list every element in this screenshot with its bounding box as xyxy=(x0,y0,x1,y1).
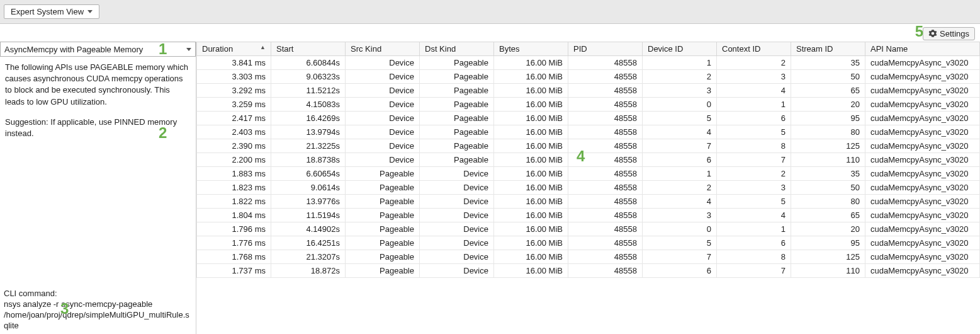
cell-duration: 2.403 ms xyxy=(197,125,271,139)
cell-duration: 2.390 ms xyxy=(197,139,271,153)
settings-button[interactable]: Settings xyxy=(923,27,975,40)
column-header-api[interactable]: API Name xyxy=(865,42,980,56)
table-row[interactable]: 1.804 ms11.5194sPageableDevice16.00 MiB4… xyxy=(197,209,980,222)
results-table: Duration▲StartSrc KindDst KindBytesPIDDe… xyxy=(196,42,980,278)
table-row[interactable]: 3.303 ms9.06323sDevicePageable16.00 MiB4… xyxy=(197,70,980,84)
cell-dst: Pageable xyxy=(420,112,494,125)
cell-bytes: 16.00 MiB xyxy=(494,98,568,112)
cell-start: 16.4251s xyxy=(271,236,346,250)
table-row[interactable]: 2.390 ms21.3225sDevicePageable16.00 MiB4… xyxy=(197,139,980,153)
table-row[interactable]: 3.259 ms4.15083sDevicePageable16.00 MiB4… xyxy=(197,98,980,112)
cell-context: 2 xyxy=(717,167,791,181)
cell-context: 1 xyxy=(717,222,791,236)
cell-context: 6 xyxy=(717,236,791,250)
cell-pid: 48558 xyxy=(568,56,643,70)
column-header-start[interactable]: Start xyxy=(271,42,346,56)
cell-pid: 48558 xyxy=(568,264,643,278)
view-select[interactable]: Expert System View xyxy=(4,4,99,19)
table-row[interactable]: 2.403 ms13.9794sDevicePageable16.00 MiB4… xyxy=(197,125,980,139)
caret-down-icon xyxy=(87,10,93,13)
cell-dst: Pageable xyxy=(420,139,494,153)
table-row[interactable]: 1.822 ms13.9776sPageableDevice16.00 MiB4… xyxy=(197,195,980,209)
table-row[interactable]: 1.823 ms9.0614sPageableDevice16.00 MiB48… xyxy=(197,181,980,195)
cell-bytes: 16.00 MiB xyxy=(494,250,568,264)
table-row[interactable]: 1.883 ms6.60654sPageableDevice16.00 MiB4… xyxy=(197,167,980,181)
cell-api: cudaMemcpyAsync_v3020 xyxy=(865,98,980,112)
cell-context: 8 xyxy=(717,250,791,264)
cell-duration: 3.259 ms xyxy=(197,98,271,112)
cell-start: 6.60654s xyxy=(271,167,346,181)
cell-start: 16.4269s xyxy=(271,112,346,125)
cell-bytes: 16.00 MiB xyxy=(494,112,568,125)
table-row[interactable]: 1.796 ms4.14902sPageableDevice16.00 MiB4… xyxy=(197,222,980,236)
cell-context: 5 xyxy=(717,195,791,209)
column-header-dst[interactable]: Dst Kind xyxy=(420,42,494,56)
cell-stream: 125 xyxy=(791,250,865,264)
cell-pid: 48558 xyxy=(568,125,643,139)
cell-device: 1 xyxy=(643,56,717,70)
data-panel[interactable]: 4 Duration▲StartSrc KindDst KindBytesPID… xyxy=(196,42,980,334)
cell-dst: Device xyxy=(420,209,494,222)
cell-start: 11.5194s xyxy=(271,209,346,222)
cell-pid: 48558 xyxy=(568,84,643,98)
cell-start: 9.0614s xyxy=(271,181,346,195)
cell-api: cudaMemcpyAsync_v3020 xyxy=(865,139,980,153)
cell-api: cudaMemcpyAsync_v3020 xyxy=(865,250,980,264)
cell-pid: 48558 xyxy=(568,98,643,112)
cell-context: 2 xyxy=(717,56,791,70)
cell-start: 21.3225s xyxy=(271,139,346,153)
column-header-duration[interactable]: Duration▲ xyxy=(197,42,271,56)
cell-context: 4 xyxy=(717,209,791,222)
cell-api: cudaMemcpyAsync_v3020 xyxy=(865,236,980,250)
table-row[interactable]: 1.776 ms16.4251sPageableDevice16.00 MiB4… xyxy=(197,236,980,250)
column-header-src[interactable]: Src Kind xyxy=(346,42,420,56)
column-header-bytes[interactable]: Bytes xyxy=(494,42,568,56)
cell-duration: 1.737 ms xyxy=(197,264,271,278)
cell-stream: 110 xyxy=(791,264,865,278)
table-header-row: Duration▲StartSrc KindDst KindBytesPIDDe… xyxy=(197,42,980,56)
cell-bytes: 16.00 MiB xyxy=(494,209,568,222)
cell-pid: 48558 xyxy=(568,236,643,250)
cell-duration: 3.292 ms xyxy=(197,84,271,98)
left-panel: AsyncMemcpy with Pageable Memory 1 The f… xyxy=(0,42,196,334)
cell-start: 18.8738s xyxy=(271,153,346,167)
table-row[interactable]: 2.417 ms16.4269sDevicePageable16.00 MiB4… xyxy=(197,112,980,125)
column-header-stream[interactable]: Stream ID xyxy=(791,42,865,56)
table-row[interactable]: 3.292 ms11.5212sDevicePageable16.00 MiB4… xyxy=(197,84,980,98)
cell-device: 3 xyxy=(643,84,717,98)
cell-stream: 95 xyxy=(791,236,865,250)
cell-device: 2 xyxy=(643,181,717,195)
cell-api: cudaMemcpyAsync_v3020 xyxy=(865,70,980,84)
cell-bytes: 16.00 MiB xyxy=(494,70,568,84)
annotation-5: 5 xyxy=(915,23,923,40)
cell-api: cudaMemcpyAsync_v3020 xyxy=(865,112,980,125)
table-row[interactable]: 1.737 ms18.872sPageableDevice16.00 MiB48… xyxy=(197,264,980,278)
cell-stream: 95 xyxy=(791,112,865,125)
cell-bytes: 16.00 MiB xyxy=(494,195,568,209)
table-row[interactable]: 1.768 ms21.3207sPageableDevice16.00 MiB4… xyxy=(197,250,980,264)
cell-dst: Device xyxy=(420,264,494,278)
cell-device: 7 xyxy=(643,139,717,153)
cell-duration: 1.804 ms xyxy=(197,209,271,222)
column-header-context[interactable]: Context ID xyxy=(717,42,791,56)
cell-api: cudaMemcpyAsync_v3020 xyxy=(865,56,980,70)
table-row[interactable]: 2.200 ms18.8738sDevicePageable16.00 MiB4… xyxy=(197,153,980,167)
cell-pid: 48558 xyxy=(568,167,643,181)
settings-row: 5 Settings xyxy=(0,24,980,42)
column-header-device[interactable]: Device ID xyxy=(643,42,717,56)
cli-label: CLI command: xyxy=(4,289,57,298)
cell-api: cudaMemcpyAsync_v3020 xyxy=(865,167,980,181)
sort-asc-icon: ▲ xyxy=(260,44,266,50)
cell-src: Pageable xyxy=(346,264,420,278)
cell-src: Pageable xyxy=(346,209,420,222)
cell-src: Pageable xyxy=(346,236,420,250)
rule-select[interactable]: AsyncMemcpy with Pageable Memory xyxy=(0,42,196,57)
cell-stream: 35 xyxy=(791,167,865,181)
cell-api: cudaMemcpyAsync_v3020 xyxy=(865,195,980,209)
table-row[interactable]: 3.841 ms6.60844sDevicePageable16.00 MiB4… xyxy=(197,56,980,70)
view-select-label: Expert System View xyxy=(11,7,84,16)
column-header-pid[interactable]: PID xyxy=(568,42,643,56)
cell-device: 4 xyxy=(643,125,717,139)
cell-duration: 1.768 ms xyxy=(197,250,271,264)
cell-stream: 80 xyxy=(791,125,865,139)
